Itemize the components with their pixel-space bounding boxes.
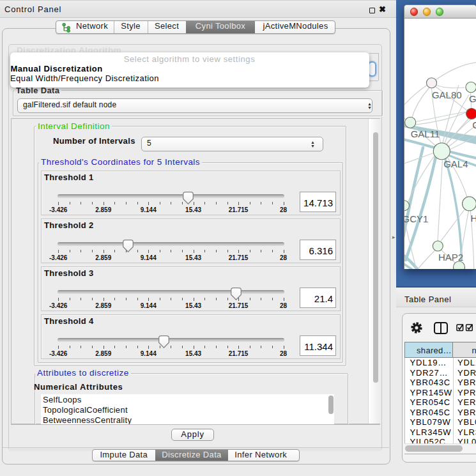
svg-text:G.: G. [468, 93, 476, 104]
svg-text:GAL4: GAL4 [443, 158, 468, 169]
svg-text:GAL11: GAL11 [410, 128, 440, 139]
svg-text:GAL80: GAL80 [431, 89, 461, 100]
svg-text:H: H [470, 212, 476, 223]
svg-text:HAP2: HAP2 [438, 252, 463, 263]
svg-text:C: C [472, 119, 476, 130]
svg-text:GCY1: GCY1 [404, 213, 428, 224]
